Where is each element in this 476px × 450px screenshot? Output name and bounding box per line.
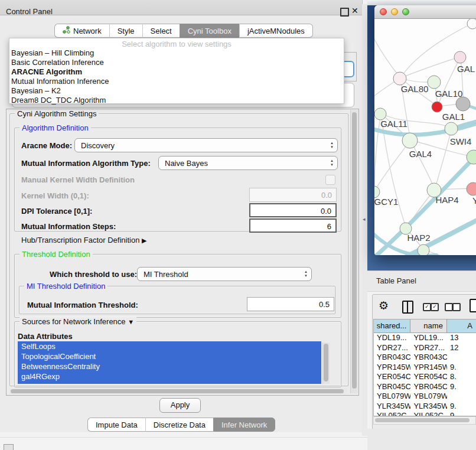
table-horizontal-scrollbar[interactable] <box>373 416 476 425</box>
attribute-list-item[interactable]: BetweennessCentrality <box>18 361 321 371</box>
algorithm-option[interactable]: Dream8 DC_TDC Algorithm <box>11 96 342 105</box>
settings-gear-icon[interactable]: ⚙ <box>379 299 389 312</box>
node-label: GAL11 <box>380 119 407 129</box>
table-cell: YER054C <box>374 372 410 382</box>
column-header-shared-[interactable]: shared... <box>374 319 410 332</box>
network-node-gal11[interactable] <box>374 108 386 120</box>
status-strip <box>0 437 367 450</box>
mi-type-label: Mutual Information Algorithm Type: <box>21 159 151 168</box>
network-node[interactable] <box>456 97 470 111</box>
table-cell: YDL19... <box>374 333 410 343</box>
tab-network[interactable]: Network <box>54 24 109 38</box>
dpi-tolerance-input[interactable]: 0.0 <box>249 203 337 217</box>
splitter-collapse-icon[interactable]: ◂ <box>363 216 366 222</box>
tab-select[interactable]: Select <box>142 24 180 38</box>
table-panel-title: Table Panel <box>376 276 416 285</box>
node-label: SWI4 <box>450 136 472 146</box>
table-row[interactable]: YDL19...YDL19...13 <box>374 333 476 343</box>
dpi-tolerance-label: DPI Tolerance [0,1]: <box>21 207 92 216</box>
algorithm-option[interactable]: Bayesian – K2 <box>11 86 342 96</box>
hub-section-toggle[interactable]: Hub/Transcription Factor Definition ▶ <box>21 236 146 244</box>
table-row[interactable]: YBR043CYBR043C <box>374 353 476 363</box>
deselect-all-checkboxes-icon[interactable] <box>452 303 461 311</box>
select-all-checkboxes-icon[interactable]: ✓ <box>431 303 439 311</box>
algorithm-option[interactable]: Bayesian – Hill Climbing <box>11 48 342 58</box>
network-node-gal10[interactable] <box>428 76 441 89</box>
deselect-all-checkboxes-icon[interactable] <box>445 303 453 311</box>
algorithm-option[interactable]: Basic Correlation Inference <box>11 58 342 67</box>
apply-button[interactable]: Apply <box>159 398 201 413</box>
table-row[interactable]: YIL052CYIL052C9. <box>374 411 476 416</box>
node-attribute-table: shared...nameA YDL19...YDL19...13YDR27..… <box>373 319 476 416</box>
aracne-mode-value: Discovery <box>81 141 115 150</box>
tab-jactivemnodules[interactable]: jActiveMNodules <box>239 24 313 38</box>
bottom-tab-infer-network[interactable]: Infer Network <box>213 418 275 432</box>
tab-label: jActiveMNodules <box>247 27 305 35</box>
minimize-traffic-light-icon[interactable] <box>391 8 398 15</box>
network-node-gal1[interactable] <box>432 102 442 112</box>
settings-vertical-scrollbar[interactable] <box>350 110 358 393</box>
minimized-panel-icon[interactable] <box>4 444 14 450</box>
select-all-checkboxes-icon[interactable]: ✓ <box>423 303 431 311</box>
node-label: GAL80 <box>401 84 429 94</box>
algorithm-option[interactable]: ARACNE Algorithm <box>11 67 342 77</box>
zoom-traffic-light-icon[interactable] <box>402 8 409 15</box>
network-node-swi4[interactable] <box>445 122 458 135</box>
settings-horizontal-scrollbar[interactable] <box>9 388 347 394</box>
network-view-window[interactable]: GALGAL80GAL10GAL1GAL11SWI4GAL4GCY1HAP4YH… <box>374 5 476 255</box>
network-window-titlebar[interactable] <box>374 5 476 19</box>
network-node-gal80[interactable] <box>393 72 406 85</box>
close-icon[interactable]: ✕ <box>351 6 358 15</box>
network-edge[interactable] <box>410 140 435 190</box>
attribute-list-item[interactable]: gal4RGexp <box>18 371 321 381</box>
float-window-icon[interactable] <box>340 8 349 17</box>
new-table-icon[interactable] <box>470 299 476 312</box>
table-row[interactable]: YDR27...YDR27...12 <box>374 343 476 353</box>
network-node-gal4[interactable] <box>402 133 418 148</box>
mi-threshold-input[interactable]: 0.5 <box>247 297 334 311</box>
table-cell: YBR043C <box>374 353 410 363</box>
which-threshold-select[interactable]: MI Threshold ▲▼ <box>137 267 312 281</box>
network-canvas[interactable]: GALGAL80GAL10GAL1GAL11SWI4GAL4GCY1HAP4YH… <box>374 19 476 255</box>
aracne-mode-select[interactable]: Discovery ▲▼ <box>74 138 338 152</box>
table-row[interactable]: YBL079WYBL079W <box>374 392 476 402</box>
close-traffic-light-icon[interactable] <box>380 8 387 15</box>
column-layout-icon[interactable] <box>402 301 413 314</box>
column-header-name[interactable]: name <box>410 319 447 332</box>
network-node[interactable] <box>467 19 476 29</box>
attribute-list-item[interactable]: SelfLoops <box>18 341 321 351</box>
algorithm-dropdown: Select algorithm to view settings Bayesi… <box>9 38 344 104</box>
column-header-a[interactable]: A <box>447 319 476 332</box>
network-node-gcy1[interactable] <box>374 186 380 198</box>
network-edge[interactable] <box>374 34 400 78</box>
node-label: GAL4 <box>409 149 432 159</box>
algorithm-option[interactable]: Mutual Information Inference <box>11 77 342 86</box>
table-row[interactable]: YLR345WYLR345W9. <box>374 402 476 412</box>
which-threshold-label: Which threshold to use: <box>50 270 137 279</box>
sources-title-wrap[interactable]: Sources for Network Inference ▼ <box>19 317 136 326</box>
network-node-y[interactable] <box>467 182 476 195</box>
data-attributes-list: SelfLoopsTopologicalCoefficientBetweenne… <box>18 341 321 384</box>
kernel-width-input[interactable]: 0.0 <box>249 188 337 202</box>
network-node[interactable] <box>418 244 429 255</box>
tab-cyni-toolbox[interactable]: Cyni Toolbox <box>180 24 239 38</box>
tab-label: Discretize Data <box>154 420 206 429</box>
mi-steps-input[interactable]: 6 <box>249 219 337 233</box>
tab-style[interactable]: Style <box>109 24 142 38</box>
table-cell: 9. <box>447 382 476 392</box>
table-cell: YPR145W <box>374 363 410 373</box>
table-row[interactable]: YPR145WYPR145W9. <box>374 363 476 373</box>
bottom-tab-bar: Impute DataDiscretize DataInfer Network <box>87 418 275 432</box>
network-edge[interactable] <box>374 140 410 191</box>
mi-type-select[interactable]: Naive Bayes ▲▼ <box>158 156 338 170</box>
table-row[interactable]: YER054CYER054C8. <box>374 372 476 382</box>
network-edge[interactable] <box>435 128 452 190</box>
manual-kernel-checkbox[interactable] <box>325 175 335 185</box>
table-row[interactable]: YBR045CYBR045C9. <box>374 382 476 392</box>
bottom-tab-discretize-data[interactable]: Discretize Data <box>145 418 213 432</box>
panel-title: Control Panel <box>6 7 53 16</box>
network-node-gal[interactable] <box>454 51 466 63</box>
attribute-list-item[interactable]: TopologicalCoefficient <box>18 351 321 361</box>
bottom-tab-impute-data[interactable]: Impute Data <box>87 418 145 432</box>
attributes-list-scrollbar[interactable] <box>322 343 330 384</box>
